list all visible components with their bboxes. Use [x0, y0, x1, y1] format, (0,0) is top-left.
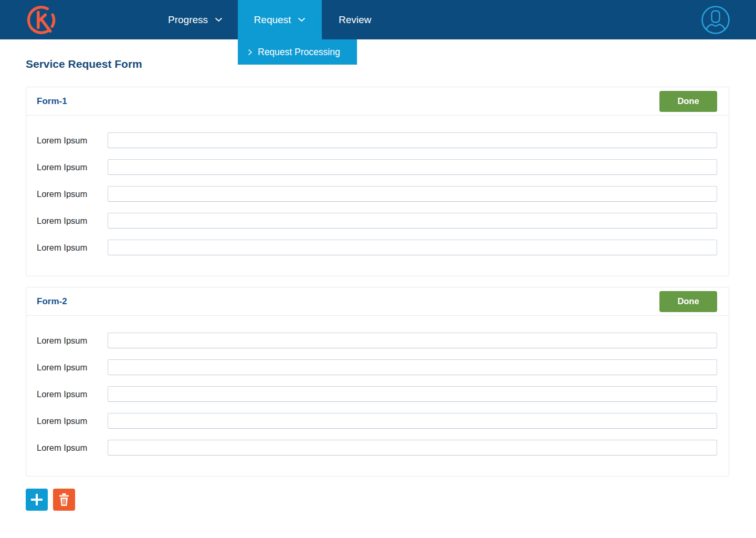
user-avatar[interactable] [700, 5, 731, 35]
field-label: Lorem Ipsum [37, 216, 108, 226]
nav-item-label: Review [339, 14, 371, 26]
form-field-row: Lorem Ipsum [37, 213, 717, 229]
done-button[interactable]: Done [659, 291, 717, 312]
nav-item-progress[interactable]: Progress [168, 0, 223, 39]
field-label: Lorem Ipsum [37, 389, 108, 399]
field-input[interactable] [108, 132, 717, 148]
field-input[interactable] [108, 213, 717, 229]
user-avatar-icon [700, 5, 731, 35]
form-field-row: Lorem Ipsum [37, 240, 717, 255]
form-field-row: Lorem Ipsum [37, 132, 717, 148]
field-input[interactable] [108, 333, 717, 348]
field-label: Lorem Ipsum [37, 416, 108, 426]
form-title: Form-2 [37, 296, 67, 307]
trash-icon [58, 493, 70, 506]
field-input[interactable] [108, 440, 717, 456]
form-card-header: Form-1 Done [26, 87, 729, 116]
field-input[interactable] [108, 386, 717, 402]
done-button[interactable]: Done [659, 91, 717, 112]
k-circle-logo-icon [25, 4, 57, 36]
nav-item-label: Request [254, 14, 291, 26]
field-label: Lorem Ipsum [37, 162, 108, 172]
form-field-row: Lorem Ipsum [37, 413, 717, 429]
add-form-button[interactable] [26, 489, 48, 511]
nav-item-request[interactable]: Request [238, 0, 322, 39]
field-input[interactable] [108, 359, 717, 375]
form-card-1: Form-1 Done Lorem Ipsum Lorem Ipsum Lore… [26, 87, 729, 276]
form-field-row: Lorem Ipsum [37, 386, 717, 402]
form-card-body: Lorem Ipsum Lorem Ipsum Lorem Ipsum Lore… [26, 116, 729, 255]
field-input[interactable] [108, 413, 717, 429]
nav-item-label: Progress [168, 14, 208, 26]
top-navbar: Progress Request Review [0, 0, 756, 39]
form-title: Form-1 [37, 96, 67, 107]
field-label: Lorem Ipsum [37, 336, 108, 346]
field-input[interactable] [108, 240, 717, 255]
plus-icon [30, 493, 43, 506]
app-logo[interactable] [25, 4, 57, 36]
delete-form-button[interactable] [53, 489, 75, 511]
form-card-header: Form-2 Done [26, 287, 729, 316]
dropdown-item-label: Request Processing [258, 47, 340, 58]
form-field-row: Lorem Ipsum [37, 359, 717, 375]
chevron-down-icon [298, 17, 306, 22]
page-title: Service Request Form [26, 58, 142, 70]
field-label: Lorem Ipsum [37, 363, 108, 373]
dropdown-item-request-processing[interactable]: Request Processing [238, 39, 357, 65]
chevron-right-icon [248, 49, 253, 56]
field-label: Lorem Ipsum [37, 189, 108, 199]
field-label: Lorem Ipsum [37, 243, 108, 253]
form-field-row: Lorem Ipsum [37, 333, 717, 348]
field-label: Lorem Ipsum [37, 136, 108, 146]
field-input[interactable] [108, 186, 717, 202]
form-card-2: Form-2 Done Lorem Ipsum Lorem Ipsum Lore… [26, 287, 729, 477]
form-field-row: Lorem Ipsum [37, 186, 717, 202]
field-label: Lorem Ipsum [37, 443, 108, 453]
nav-item-review[interactable]: Review [339, 0, 371, 39]
form-card-body: Lorem Ipsum Lorem Ipsum Lorem Ipsum Lore… [26, 316, 729, 456]
field-input[interactable] [108, 159, 717, 175]
form-field-row: Lorem Ipsum [37, 159, 717, 175]
form-field-row: Lorem Ipsum [37, 440, 717, 456]
chevron-down-icon [215, 17, 223, 22]
